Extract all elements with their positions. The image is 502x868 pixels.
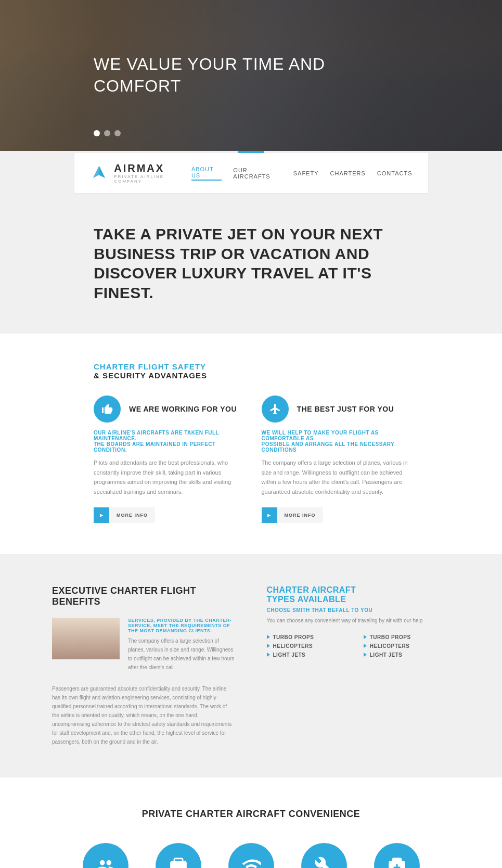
more-info-btn-1[interactable]: ▸ MORE INFO: [94, 507, 155, 523]
type-helicopters-2[interactable]: HELICOPTERS: [364, 643, 450, 649]
benefits-desc: The company offers a large selection of …: [128, 636, 236, 672]
conv-team: A TEAM OF PROFESSIONALS: [77, 843, 134, 868]
benefits-section: EXECUTIVE CHARTER FLIGHT BENEFITS SERVIC…: [0, 554, 502, 777]
hero-content: WE VALUE YOUR TIME ANDCOMFORT: [0, 54, 325, 97]
convenience-section: PRIVATE CHARTER AIRCRAFT CONVENIENCE A T…: [0, 777, 502, 868]
logo-icon: [90, 164, 108, 183]
safety-heading-blue: CHARTER FLIGHT SAFETY: [94, 362, 408, 371]
plane-icon: [262, 395, 289, 423]
benefits-image-inner: [52, 618, 120, 659]
nav-links: ABOUT US OUR AIRCRAFTS SAFETY CHARTERS C…: [191, 166, 413, 181]
type-helicopters-1[interactable]: HELICOPTERS: [267, 643, 353, 649]
wifi-icon: [228, 843, 274, 868]
benefits-image: [52, 618, 120, 659]
safety-item-2: THE BEST JUST FOR YOU WE WILL HELP TO MA…: [262, 395, 409, 523]
navbar-accent: [238, 151, 264, 153]
safety-grid: WE ARE WORKING FOR YOU OUR AIRLINE'S AIR…: [94, 395, 408, 523]
navbar-wrapper: AIRMAX PRIVATE AIRLINE COMPANY ABOUT US …: [0, 151, 502, 193]
benefits-body: Passengers are guaranteed absolute confi…: [52, 684, 236, 746]
more-info-arrow-2: ▸: [262, 507, 277, 523]
type-lightjets-2[interactable]: LIGHT JETS: [364, 652, 450, 658]
more-info-label-1: MORE INFO: [109, 507, 155, 523]
team-icon: [83, 843, 128, 868]
wrench-icon: [301, 843, 347, 868]
safety-item-2-text: The company offers a large selection of …: [262, 458, 409, 497]
hero-dot-3[interactable]: [114, 130, 121, 136]
nav-aircrafts[interactable]: OUR AIRCRAFTS: [233, 167, 281, 180]
benefits-left: EXECUTIVE CHARTER FLIGHT BENEFITS SERVIC…: [52, 585, 236, 746]
tagline-text: TAKE A PRIVATE JET ON YOUR NEXTBUSINESS …: [94, 224, 408, 302]
type-turboprops-2[interactable]: TURBO PROPS: [364, 634, 450, 640]
benefits-text-block: SERVICES, PROVIDED BY THE CHARTER-SERVIC…: [128, 618, 236, 677]
conv-medicine: MEDICINE BOXES FOR THE FIRST AID: [368, 843, 426, 868]
more-info-label-2: MORE INFO: [277, 507, 323, 523]
safety-item-1-header: WE ARE WORKING FOR YOU: [94, 395, 241, 423]
types-grid: TURBO PROPS TURBO PROPS HELICOPTERS HELI…: [267, 634, 450, 658]
safety-item-2-header: THE BEST JUST FOR YOU: [262, 395, 409, 423]
safety-item-1-subtitle: OUR AIRLINE'S AIRCRAFTS ARE TAKEN FULL M…: [94, 430, 241, 453]
safety-section: CHARTER FLIGHT SAFETY & SECURITY ADVANTA…: [0, 334, 502, 554]
safety-heading-dark: & SECURITY ADVANTAGES: [94, 371, 408, 380]
hero-dot-2[interactable]: [104, 130, 110, 136]
safety-item-1-title: WE ARE WORKING FOR YOU: [129, 405, 237, 413]
safety-item-2-title: THE BEST JUST FOR YOU: [297, 405, 394, 413]
luggage-icon: [156, 843, 201, 868]
logo-area: AIRMAX PRIVATE AIRLINE COMPANY: [90, 162, 191, 184]
charter-types-title: CHARTER AIRCRAFTTYPES AVAILABLE: [267, 585, 450, 604]
nav-about[interactable]: ABOUT US: [191, 166, 222, 181]
more-info-arrow-1: ▸: [94, 507, 109, 523]
hero-section: WE VALUE YOUR TIME ANDCOMFORT: [0, 0, 502, 151]
svg-marker-1: [99, 165, 105, 177]
convenience-title: PRIVATE CHARTER AIRCRAFT CONVENIENCE: [42, 809, 460, 820]
safety-item-1-text: Pilots and attendants are the best profe…: [94, 458, 241, 497]
nav-charters[interactable]: CHARTERS: [330, 170, 366, 176]
navbar: AIRMAX PRIVATE AIRLINE COMPANY ABOUT US …: [74, 153, 428, 193]
nav-safety[interactable]: SAFETY: [293, 170, 319, 176]
logo-title: AIRMAX: [114, 162, 191, 174]
hero-title: WE VALUE YOUR TIME ANDCOMFORT: [94, 54, 325, 97]
benefits-highlight: SERVICES, PROVIDED BY THE CHARTER-SERVIC…: [128, 618, 236, 633]
hero-dots: [94, 130, 121, 136]
more-info-btn-2[interactable]: ▸ MORE INFO: [262, 507, 323, 523]
safety-item-2-subtitle: WE WILL HELP TO MAKE YOUR FLIGHT AS COMF…: [262, 430, 409, 453]
nav-contacts[interactable]: CONTACTS: [377, 170, 413, 176]
logo-subtitle: PRIVATE AIRLINE COMPANY: [114, 174, 191, 184]
benefits-right: CHARTER AIRCRAFTTYPES AVAILABLE CHOOSE S…: [267, 585, 450, 746]
logo-text: AIRMAX PRIVATE AIRLINE COMPANY: [114, 162, 191, 184]
type-lightjets-1[interactable]: LIGHT JETS: [267, 652, 353, 658]
benefits-grid: EXECUTIVE CHARTER FLIGHT BENEFITS SERVIC…: [52, 585, 450, 746]
benefits-img-row: SERVICES, PROVIDED BY THE CHARTER-SERVIC…: [52, 618, 236, 677]
tagline-section: TAKE A PRIVATE JET ON YOUR NEXTBUSINESS …: [0, 193, 502, 334]
type-turboprops-1[interactable]: TURBO PROPS: [267, 634, 353, 640]
thumbs-up-icon: [94, 395, 121, 423]
safety-item-1: WE ARE WORKING FOR YOU OUR AIRLINE'S AIR…: [94, 395, 241, 523]
charter-types-subtitle: CHOOSE SMITH THAT BEFALL TO YOU: [267, 607, 450, 613]
conv-wifi: FREE WIFI ON EACH BOARD: [223, 843, 280, 868]
hero-dot-1[interactable]: [94, 130, 100, 136]
conv-technique: ALL CONDITIONS FOR USING TECHNIQUE: [295, 843, 353, 868]
medkit-icon: [374, 843, 420, 868]
convenience-icons: A TEAM OF PROFESSIONALS TERMS OF LUGGAGE…: [42, 843, 460, 868]
conv-luggage: TERMS OF LUGGAGE FERRIAGE: [150, 843, 207, 868]
benefits-title: EXECUTIVE CHARTER FLIGHT BENEFITS: [52, 585, 236, 607]
charter-types-desc: You can choose any convenient way of tra…: [267, 616, 450, 625]
